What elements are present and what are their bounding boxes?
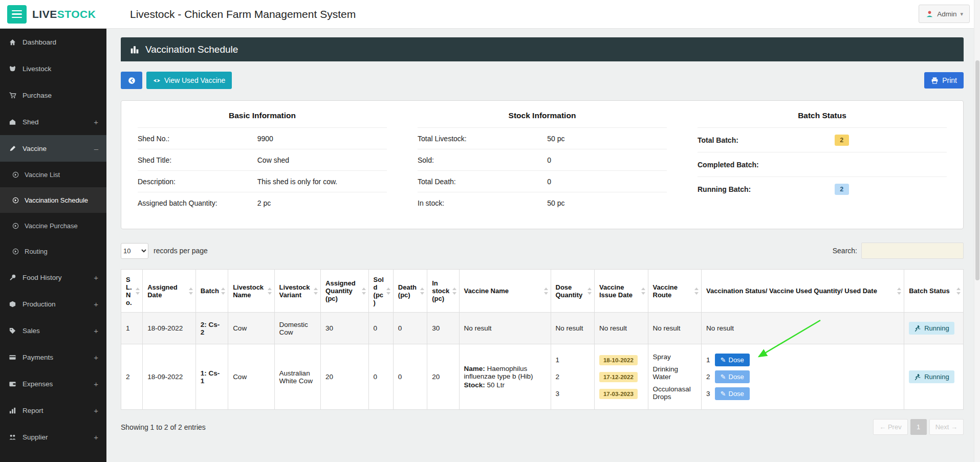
total-batch-badge: 2	[835, 135, 849, 146]
logo-live-text: LIVE	[32, 8, 57, 20]
column-header-batch[interactable]: Batch	[195, 270, 228, 313]
expand-indicator: +	[94, 300, 98, 309]
sidebar-item-routing[interactable]: Routing	[0, 238, 106, 264]
info-row: Description:This shed is only for cow.	[138, 170, 387, 192]
sidebar-item-dashboard[interactable]: Dashboard	[0, 29, 106, 55]
info-label: Shed Title:	[138, 156, 257, 164]
dose-button-label: Dose	[729, 390, 744, 398]
column-label: Assigned Date	[147, 283, 178, 299]
column-header-sold[interactable]: Sold (pc)	[368, 270, 393, 313]
column-header-death[interactable]: Death (pc)	[393, 270, 427, 313]
sidebar-item-sales[interactable]: Sales +	[0, 317, 106, 344]
column-label: In stock (pc)	[432, 279, 449, 302]
sidebar-item-payments[interactable]: Payments +	[0, 344, 106, 370]
issue-date-badge: 17-03-2023	[599, 389, 638, 399]
current-page-button[interactable]: 1	[910, 419, 927, 435]
expand-indicator: +	[94, 326, 98, 335]
column-header-vaccine-issue-date[interactable]: Vaccine Issue Date	[594, 270, 648, 313]
info-row: Sold:0	[418, 149, 667, 170]
info-row: Running Batch:2	[698, 177, 947, 201]
info-label: Shed No.:	[138, 135, 257, 143]
page-size-select[interactable]: 10	[121, 243, 148, 259]
sidebar-item-vaccine-list[interactable]: Vaccine List	[0, 162, 106, 187]
sidebar-item-food-history[interactable]: Food History +	[0, 264, 106, 291]
cell-livestock-name: Cow	[228, 344, 274, 410]
sidebar-item-shed[interactable]: Shed +	[0, 108, 106, 135]
column-header-livestock-variant[interactable]: Livestock Variant	[274, 270, 320, 313]
column-header-assigned-quantity[interactable]: Assigned Quantity (pc)	[321, 270, 369, 313]
column-header-dose-quantity[interactable]: Dose Quantity	[551, 270, 594, 313]
cell-in-stock: 20	[427, 344, 459, 410]
search-area: Search:	[833, 243, 964, 259]
sort-icon	[452, 288, 456, 295]
next-page-button[interactable]: Next →	[929, 419, 964, 435]
column-header-in-stock[interactable]: In stock (pc)	[427, 270, 459, 313]
column-header-assigned-date[interactable]: Assigned Date	[143, 270, 196, 313]
column-header-vaccination-status[interactable]: Vaccination Status/ Vaccine Used Quantit…	[702, 270, 904, 313]
dose-button-2[interactable]: ✎Dose	[715, 370, 750, 383]
view-used-vaccine-button[interactable]: View Used Vaccine	[146, 72, 232, 89]
view-used-vaccine-label: View Used Vaccine	[164, 76, 225, 84]
search-input[interactable]	[861, 243, 964, 259]
cell-assigned-quantity: 30	[321, 313, 369, 344]
expand-indicator: +	[94, 433, 98, 442]
sidebar-item-expenses[interactable]: Expenses +	[0, 370, 106, 397]
sidebar-item-livestock[interactable]: Livestock	[0, 55, 106, 82]
column-header-sl-no[interactable]: SL. No.	[121, 270, 143, 313]
cell-in-stock: 30	[427, 313, 459, 344]
cell-vaccine-name: Name: Haemophilus influenzae type b (Hib…	[459, 344, 551, 410]
back-button[interactable]	[121, 72, 142, 89]
sidebar-item-vaccination-schedule[interactable]: Vaccination Schedule	[0, 187, 106, 213]
basic-information-section: Basic Information Shed No.:9900 Shed Tit…	[138, 111, 387, 213]
dose-number: 3	[556, 385, 590, 402]
dose-number: 1	[556, 351, 590, 368]
sort-icon	[694, 288, 699, 295]
cell-vaccine-name: No result	[459, 313, 551, 344]
sidebar-subitem-label: Routing	[25, 248, 48, 255]
column-header-livestock-name[interactable]: Livestock Name	[228, 270, 274, 313]
route-item: Spray	[653, 353, 697, 361]
column-label: Vaccine Name	[464, 287, 509, 295]
sidebar-item-vaccine-purchase[interactable]: Vaccine Purchase	[0, 213, 106, 238]
runner-icon	[914, 373, 921, 381]
app-logo[interactable]: LIVESTOCK	[32, 8, 96, 20]
sidebar-subitem-label: Vaccine List	[25, 171, 60, 179]
info-row: Total Death:0	[418, 170, 667, 192]
info-label: Total Livestock:	[418, 135, 547, 143]
print-button[interactable]: Print	[924, 72, 964, 89]
dose-index: 3	[706, 390, 710, 398]
sort-icon	[956, 288, 961, 295]
hamburger-menu-button[interactable]	[7, 5, 27, 24]
sidebar-item-production[interactable]: Production +	[0, 291, 106, 317]
print-label: Print	[942, 76, 957, 84]
info-row: Shed Title:Cow shed	[138, 149, 387, 170]
sort-icon	[189, 288, 193, 295]
dose-button-1[interactable]: ✎Dose	[715, 354, 750, 366]
people-icon	[8, 433, 16, 441]
column-header-batch-status[interactable]: Batch Status	[904, 270, 964, 313]
column-header-vaccine-name[interactable]: Vaccine Name	[459, 270, 551, 313]
tag-icon	[8, 327, 16, 335]
info-row: Assigned batch Quantity:2 pc	[138, 192, 387, 213]
sort-icon	[544, 288, 548, 295]
cell-sold: 0	[368, 344, 393, 410]
cell-livestock-name: Cow	[228, 313, 274, 344]
info-row: Shed No.:9900	[138, 127, 387, 149]
cell-sl-no: 2	[121, 344, 143, 410]
sidebar-item-purchase[interactable]: Purchase	[0, 82, 106, 108]
prev-page-button[interactable]: ← Prev	[873, 419, 907, 435]
sort-icon	[314, 288, 318, 295]
sort-icon	[268, 288, 272, 295]
cell-assigned-quantity: 20	[321, 344, 369, 410]
sidebar-item-report[interactable]: Report +	[0, 397, 106, 424]
dose-button-3[interactable]: ✎Dose	[715, 387, 750, 400]
pagination: ← Prev 1 Next →	[873, 419, 964, 435]
sort-icon	[136, 288, 140, 295]
admin-menu[interactable]: Admin ▾	[919, 5, 970, 23]
sidebar-item-supplier[interactable]: Supplier +	[0, 424, 106, 450]
column-header-vaccine-route[interactable]: Vaccine Route	[648, 270, 702, 313]
scrollbar-thumb[interactable]	[975, 60, 979, 280]
cell-sl-no: 1	[121, 313, 143, 344]
sidebar-item-vaccine[interactable]: Vaccine –	[0, 135, 106, 162]
scrollbar[interactable]	[974, 0, 980, 462]
